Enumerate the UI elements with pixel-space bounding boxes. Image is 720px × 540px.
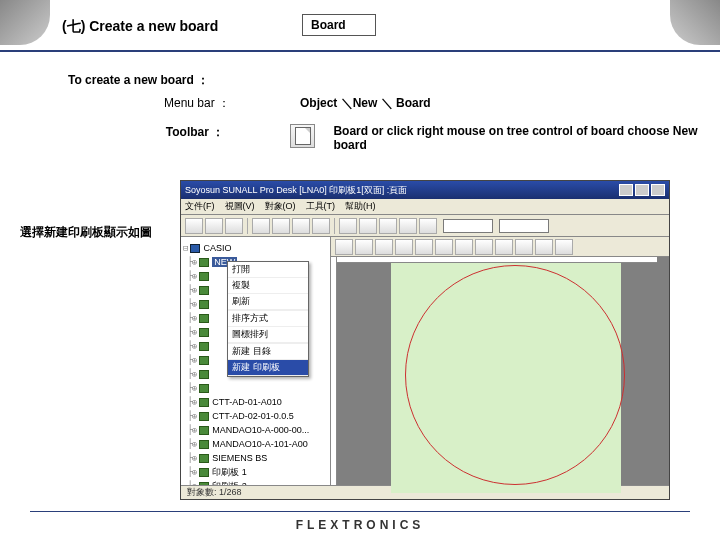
toolbar-separator [334,218,335,234]
header-device-graphic [0,0,50,45]
toolbar-button[interactable] [339,218,357,234]
context-menu-item[interactable]: 打開 [228,262,308,278]
tree-item[interactable]: MANDAO10-A-000-00... [212,425,309,435]
tree-item[interactable]: CTT-AD-02-01-0.0.5 [212,411,294,421]
toolbar-button[interactable] [312,218,330,234]
toolbar-separator [247,218,248,234]
toolbar-button[interactable] [435,239,453,255]
footer-logo: FLEXTRONICS [0,518,720,532]
context-menu-item[interactable]: 圖標排列 [228,327,308,343]
tree-item[interactable]: CTT-AD-01-A010 [212,397,282,407]
board-icon [199,272,209,281]
context-menu-item[interactable]: 新建 目錄 [228,344,308,360]
toolbar-button[interactable] [272,218,290,234]
app-titlebar: Soyosun SUNALL Pro Desk [LNA0] 印刷板1[双面] … [181,181,669,199]
footer-divider [30,511,690,512]
menu-item[interactable]: 對象(O) [265,200,296,213]
context-menu-item-highlighted[interactable]: 新建 印刷板 [228,360,308,376]
toolbar-button[interactable] [419,218,437,234]
maximize-button[interactable] [635,184,649,196]
board-icon [199,342,209,351]
tree-item[interactable]: SIEMENS BS [212,453,267,463]
header-tail-graphic [670,0,720,45]
app-title-text: Soyosun SUNALL Pro Desk [LNA0] 印刷板1[双面] … [185,184,407,197]
toolbar-button[interactable] [355,239,373,255]
ruler-vertical [331,257,337,485]
toolbar-combo[interactable] [443,219,493,233]
board-icon [199,314,209,323]
work-pane[interactable] [331,237,669,485]
app-toolbar [181,215,669,237]
slide-title: (七) Create a new board [62,18,218,36]
board-icon [199,370,209,379]
board-icon [199,426,209,435]
board-icon [199,300,209,309]
app-menubar: 文件(F) 視圖(V) 對象(O) 工具(T) 幫助(H) [181,199,669,215]
toolbar-button[interactable] [395,239,413,255]
minimize-button[interactable] [619,184,633,196]
toolbar-button[interactable] [495,239,513,255]
annotation-circle [405,265,625,485]
toolbar-button[interactable] [399,218,417,234]
slide-title-box: Board [302,14,376,36]
board-icon [199,454,209,463]
board-icon [199,258,209,267]
menu-item[interactable]: 文件(F) [185,200,215,213]
toolbar-button[interactable] [535,239,553,255]
toolbar-button[interactable] [475,239,493,255]
board-icon [199,384,209,393]
menu-item[interactable]: 視圖(V) [225,200,255,213]
toolbar-label: Toolbar ： [68,124,232,141]
toolbar-button[interactable] [415,239,433,255]
toolbar-combo[interactable] [499,219,549,233]
toolbar-button[interactable] [375,239,393,255]
toolbar-button[interactable] [555,239,573,255]
menubar-label: Menu bar ： [68,95,238,112]
board-icon [199,286,209,295]
toolbar-button[interactable] [252,218,270,234]
sidebar-note: 選擇新建印刷板顯示如圖 [20,224,152,241]
app-screenshot: Soyosun SUNALL Pro Desk [LNA0] 印刷板1[双面] … [180,180,670,500]
menu-item[interactable]: 工具(T) [306,200,336,213]
folder-icon [190,244,200,253]
menubar-value: Object ＼New ＼ Board [238,95,431,112]
context-menu[interactable]: 打開 複製 刷新 排序方式 圖標排列 新建 目錄 新建 印刷板 [227,261,309,377]
toolbar-button[interactable] [205,218,223,234]
tree-item[interactable]: 印刷板 1 [212,466,247,479]
context-menu-item[interactable]: 排序方式 [228,311,308,327]
toolbar-button[interactable] [359,218,377,234]
toolbar-button[interactable] [335,239,353,255]
board-icon [199,398,209,407]
board-icon [199,440,209,449]
toolbar-button[interactable] [185,218,203,234]
tree-item[interactable]: 印刷板 2 [212,480,247,486]
tree-item[interactable]: MANDAO10-A-101-A00 [212,439,308,449]
toolbar-button[interactable] [225,218,243,234]
tree-pane[interactable]: ⊟CASIO ├⊕NEW ├⊕ ├⊕ ├⊕ ├⊕ ├⊕ ├⊕ ├⊕ ├⊕ ├⊕ … [181,237,331,485]
new-document-icon [290,124,315,148]
toolbar-button[interactable] [455,239,473,255]
toolbar-instruction: Board or click right mouse on tree contr… [333,124,720,152]
toolbar-button[interactable] [515,239,533,255]
board-icon [199,412,209,421]
board-icon [199,468,209,477]
context-menu-item[interactable]: 複製 [228,278,308,294]
context-menu-item[interactable]: 刷新 [228,294,308,310]
intro-text: To create a new board ： [68,72,720,89]
toolbar-button[interactable] [292,218,310,234]
board-icon [199,356,209,365]
board-icon [199,482,209,486]
menu-item[interactable]: 幫助(H) [345,200,376,213]
work-toolbar [331,237,669,257]
tree-root-label[interactable]: CASIO [203,243,231,253]
close-button[interactable] [651,184,665,196]
board-icon [199,328,209,337]
toolbar-button[interactable] [379,218,397,234]
